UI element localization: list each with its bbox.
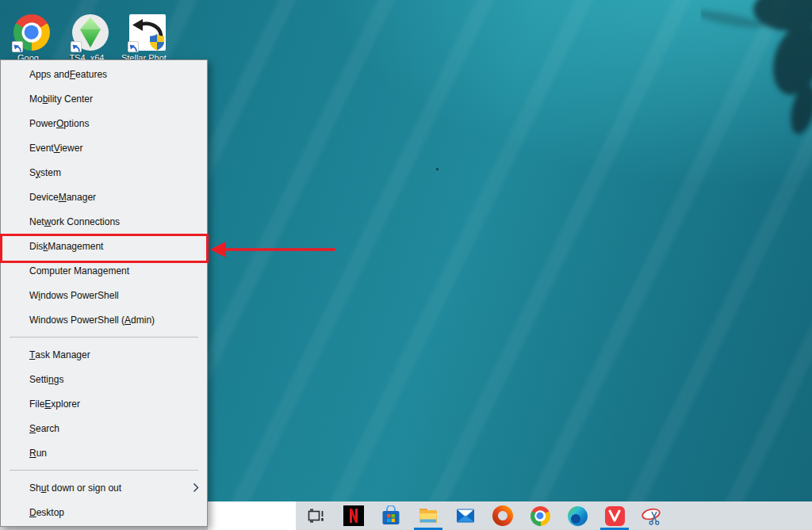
- microsoft-store-icon: [381, 505, 401, 526]
- taskbar-icon-row: [301, 501, 673, 530]
- mail-icon: [455, 505, 476, 526]
- taskbar-button-netflix[interactable]: [338, 501, 370, 530]
- chrome-icon: [530, 506, 550, 526]
- snipping-tool-icon: [641, 505, 663, 526]
- menu-item-windows-powershell[interactable]: Windows PowerShell: [1, 283, 207, 307]
- menu-item-run[interactable]: Run: [1, 440, 207, 465]
- taskbar-search-box[interactable]: [208, 501, 296, 530]
- shortcut-arrow-icon: [128, 41, 139, 52]
- taskbar-button-vivaldi[interactable]: [599, 501, 630, 530]
- menu-item-network-connections[interactable]: Network Connections: [1, 209, 207, 234]
- desktop-icon-stellar-photo[interactable]: Stellar Phot...: [121, 14, 174, 63]
- menu-item-task-manager[interactable]: Task Manager: [1, 342, 207, 367]
- cursor-dot: [436, 168, 439, 170]
- edge-icon: [568, 506, 588, 526]
- menu-item-windows-powershell-admin[interactable]: Windows PowerShell (Admin): [1, 307, 207, 332]
- task-view-icon: [307, 507, 326, 524]
- office-icon: [492, 505, 513, 526]
- winx-power-user-menu: Apps and Features Mobility Center Power …: [0, 59, 208, 527]
- shortcut-arrow-icon: [12, 41, 23, 52]
- taskbar-button-mail[interactable]: [450, 501, 481, 530]
- menu-separator: [10, 470, 198, 471]
- menu-item-mobility-center[interactable]: Mobility Center: [1, 86, 207, 111]
- menu-item-shut-down-or-sign-out[interactable]: Shut down or sign out: [1, 475, 207, 500]
- desktop-icon-ts4[interactable]: TS4_x64...: [63, 14, 117, 63]
- taskbar-button-snipping-tool[interactable]: [636, 501, 668, 530]
- menu-item-power-options[interactable]: Power Options: [1, 111, 207, 135]
- shortcut-arrow-icon: [71, 41, 82, 52]
- taskbar-button-microsoft-store[interactable]: [375, 501, 407, 530]
- taskbar-button-file-explorer[interactable]: [412, 501, 444, 530]
- menu-item-file-explorer[interactable]: File Explorer: [1, 391, 207, 416]
- file-explorer-icon: [418, 505, 439, 526]
- menu-separator: [10, 337, 198, 337]
- netflix-icon: [343, 505, 364, 526]
- menu-item-desktop[interactable]: Desktop: [1, 500, 207, 524]
- menu-item-apps-and-features[interactable]: Apps and Features: [1, 62, 207, 86]
- menu-item-settings[interactable]: Settings: [1, 367, 207, 391]
- menu-item-system[interactable]: System: [1, 160, 207, 185]
- desktop-icon-chrome[interactable]: Goog...: [5, 14, 59, 63]
- menu-item-event-viewer[interactable]: Event Viewer: [1, 135, 207, 160]
- menu-item-search[interactable]: Search: [1, 416, 207, 440]
- vivaldi-icon: [605, 506, 625, 526]
- menu-item-device-manager[interactable]: Device Manager: [1, 185, 207, 209]
- taskbar-button-task-view[interactable]: [301, 501, 332, 530]
- swimmer-silhouette: [701, 0, 812, 158]
- taskbar-button-edge[interactable]: [561, 501, 593, 530]
- menu-item-computer-management[interactable]: Computer Management: [1, 258, 207, 283]
- submenu-chevron-icon: [193, 482, 199, 493]
- taskbar-button-chrome[interactable]: [524, 501, 556, 530]
- menu-item-disk-management[interactable]: Disk Management: [1, 234, 207, 258]
- taskbar-button-office[interactable]: [487, 501, 519, 530]
